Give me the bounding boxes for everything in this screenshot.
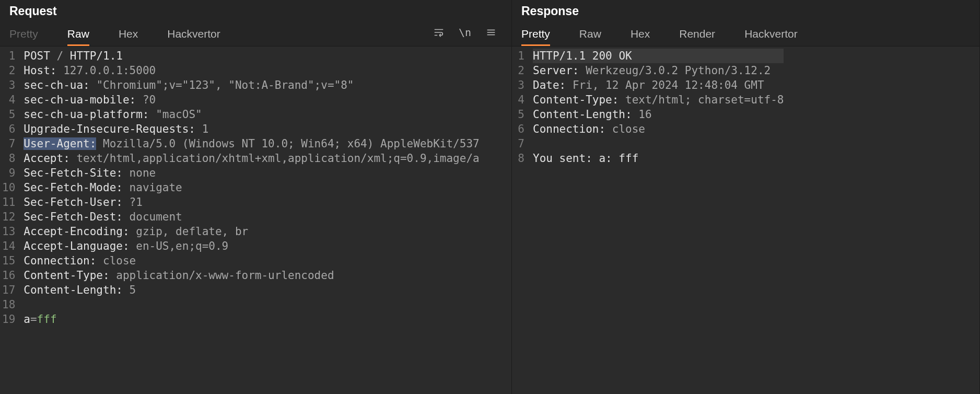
code-line[interactable]: Sec-Fetch-User: ?1 [24,195,479,210]
code-line[interactable]: Accept-Encoding: gzip, deflate, br [24,224,479,239]
request-toolbar: \n [432,26,498,39]
code-line[interactable]: You sent: a: fff [533,151,784,166]
code-line[interactable]: Sec-Fetch-Site: none [24,166,479,180]
wrap-icon[interactable] [432,26,446,39]
code-line[interactable]: POST / HTTP/1.1 [24,49,479,63]
tab-pretty[interactable]: Pretty [521,24,550,46]
line-number: 10 [2,180,17,195]
line-number: 11 [2,195,17,210]
tab-raw[interactable]: Raw [579,24,601,46]
code-line[interactable]: Accept: text/html,application/xhtml+xml,… [24,151,479,166]
request-tab-row: Pretty Raw Hex Hackvertor \n [9,24,502,46]
code-line[interactable]: sec-ch-ua: "Chromium";v="123", "Not:A-Br… [24,78,479,92]
line-number: 4 [2,92,17,107]
line-number: 4 [514,92,527,107]
code-line[interactable]: Sec-Fetch-Dest: document [24,210,479,224]
line-number: 2 [2,63,17,78]
tab-raw[interactable]: Raw [67,24,89,46]
code-line[interactable]: a=fff [24,312,479,327]
request-gutter: 12345678910111213141516171819 [0,47,21,394]
line-number: 7 [514,136,527,151]
line-number: 17 [2,283,17,297]
line-number: 3 [514,78,527,92]
code-line[interactable]: Host: 127.0.0.1:5000 [24,63,479,78]
line-number: 15 [2,253,17,268]
tab-hackvertor[interactable]: Hackvertor [167,24,220,46]
response-title: Response [521,4,970,18]
request-title: Request [9,4,502,18]
tab-hackvertor[interactable]: Hackvertor [744,24,798,46]
code-line[interactable]: Content-Type: text/html; charset=utf-8 [533,92,784,107]
line-number: 19 [2,312,17,327]
code-line[interactable]: Connection: close [24,253,479,268]
line-number: 8 [2,151,17,166]
code-line[interactable]: Date: Fri, 12 Apr 2024 12:48:04 GMT [533,78,784,92]
response-editor[interactable]: 12345678 HTTP/1.1 200 OKServer: Werkzeug… [512,47,979,394]
code-line[interactable] [24,297,479,312]
request-header: Request Pretty Raw Hex Hackvertor \n [0,0,511,47]
line-number: 12 [2,210,17,224]
line-number: 6 [514,122,527,136]
code-line[interactable]: sec-ch-ua-mobile: ?0 [24,92,479,107]
line-number: 6 [2,122,17,136]
code-line[interactable]: Server: Werkzeug/3.0.2 Python/3.12.2 [533,63,784,78]
code-line[interactable]: sec-ch-ua-platform: "macOS" [24,107,479,122]
code-line[interactable]: Connection: close [533,122,784,136]
code-line[interactable]: Accept-Language: en-US,en;q=0.9 [24,239,479,253]
line-number: 16 [2,268,17,283]
response-header: Response Pretty Raw Hex Render Hackverto… [512,0,979,47]
line-number: 5 [2,107,17,122]
code-line[interactable] [533,136,784,151]
line-number: 9 [2,166,17,180]
line-number: 7 [2,136,17,151]
code-line[interactable]: Content-Length: 5 [24,283,479,297]
tab-pretty[interactable]: Pretty [9,24,38,46]
request-panel: Request Pretty Raw Hex Hackvertor \n 123… [0,0,512,394]
tab-render[interactable]: Render [679,24,715,46]
code-line[interactable]: Upgrade-Insecure-Requests: 1 [24,122,479,136]
request-content[interactable]: POST / HTTP/1.1Host: 127.0.0.1:5000sec-c… [21,47,479,394]
tab-hex[interactable]: Hex [631,24,650,46]
line-number: 14 [2,239,17,253]
line-number: 8 [514,151,527,166]
response-gutter: 12345678 [512,47,531,394]
code-line[interactable]: User-Agent: Mozilla/5.0 (Windows NT 10.0… [24,136,479,151]
response-panel: Response Pretty Raw Hex Render Hackverto… [512,0,980,394]
line-number: 1 [514,49,527,63]
code-line[interactable]: HTTP/1.1 200 OK [533,49,784,63]
line-number: 5 [514,107,527,122]
response-tab-row: Pretty Raw Hex Render Hackvertor [521,24,970,46]
code-line[interactable]: Sec-Fetch-Mode: navigate [24,180,479,195]
line-number: 1 [2,49,17,63]
line-number: 13 [2,224,17,239]
request-editor[interactable]: 12345678910111213141516171819 POST / HTT… [0,47,511,394]
newline-icon[interactable]: \n [458,26,472,39]
tab-hex[interactable]: Hex [119,24,138,46]
line-number: 3 [2,78,17,92]
menu-icon[interactable] [484,26,498,39]
code-line[interactable]: Content-Length: 16 [533,107,784,122]
code-line[interactable]: Content-Type: application/x-www-form-url… [24,268,479,283]
response-content[interactable]: HTTP/1.1 200 OKServer: Werkzeug/3.0.2 Py… [531,47,784,394]
line-number: 2 [514,63,527,78]
line-number: 18 [2,297,17,312]
